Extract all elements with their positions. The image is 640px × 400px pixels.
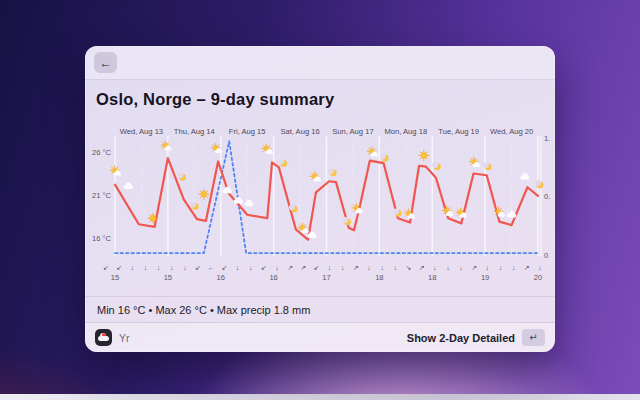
weather-icon-moon xyxy=(432,162,441,170)
show-2day-detailed-button[interactable]: Show 2-Day Detailed ↵ xyxy=(407,329,545,346)
precip-axis-label: 1. xyxy=(544,134,550,143)
wind-arrow-ne: ↗ xyxy=(287,264,293,271)
sun-ray xyxy=(200,191,201,192)
sun-ray xyxy=(269,146,270,147)
wind-arrow-s: ↓ xyxy=(459,264,463,271)
cloud-base xyxy=(446,214,452,216)
cloud-base xyxy=(371,155,377,157)
day-label: Tue, Aug 19 xyxy=(438,127,479,136)
wind-arrow-s: ↓ xyxy=(538,264,542,271)
wind-arrow-ne: ↗ xyxy=(419,264,425,271)
sun-ray xyxy=(112,172,113,173)
wind-arrow-s: ↓ xyxy=(394,264,398,271)
date-tick-label: 19 xyxy=(481,273,489,282)
wind-arrow-s: ↓ xyxy=(446,264,450,271)
wind-arrow-ne: ↗ xyxy=(353,264,359,271)
moon-cutout xyxy=(342,217,348,223)
date-tick-label: 16 xyxy=(269,273,277,282)
cloud-base xyxy=(408,217,414,219)
sun-ray xyxy=(162,147,163,148)
yr-logo-icon xyxy=(95,329,112,346)
moon-cutout xyxy=(328,168,334,174)
cloud-base xyxy=(114,174,120,176)
moon-cutout xyxy=(190,202,196,208)
date-tick-label: 17 xyxy=(322,273,330,282)
sun-ray xyxy=(206,197,207,198)
weather-icon-sun xyxy=(148,213,158,223)
day-label: Fri, Aug 15 xyxy=(229,127,266,136)
cloud-base xyxy=(124,187,132,189)
return-glyph: ↵ xyxy=(529,332,537,343)
sun-ray xyxy=(200,197,201,198)
precip-axis-label: 0. xyxy=(544,192,550,201)
date-tick-label: 16 xyxy=(217,273,225,282)
wind-arrow-s: ↓ xyxy=(131,264,135,271)
moon-cutout xyxy=(380,153,386,159)
sun-ray xyxy=(117,167,118,168)
cloud-base xyxy=(215,151,221,153)
cloud-base xyxy=(521,177,529,179)
sun-core xyxy=(150,215,156,221)
cloud-base xyxy=(356,211,362,213)
sun-ray xyxy=(218,145,219,146)
weather-icon-moon xyxy=(190,202,199,210)
weather-icon-sun xyxy=(419,150,429,160)
sun-ray xyxy=(353,210,354,211)
wind-arrow-s: ↓ xyxy=(236,264,240,271)
wind-arrow-s: ↓ xyxy=(380,264,384,271)
weather-icon-sun-cloud xyxy=(161,141,172,151)
weather-icon-sun-cloud xyxy=(442,206,453,216)
weather-icon-sun xyxy=(199,189,209,199)
weather-icon-cloud xyxy=(223,187,232,194)
sun-ray xyxy=(449,207,450,208)
wind-arrow-s: ↓ xyxy=(512,264,516,271)
cloud-base xyxy=(302,231,308,233)
sun-ray xyxy=(444,213,445,214)
sun-ray xyxy=(150,221,151,222)
summary-stats-text: Min 16 °C • Max 26 °C • Max precip 1.8 m… xyxy=(97,304,310,316)
wind-arrow-s: ↓ xyxy=(157,264,161,271)
wind-arrow-s: ↓ xyxy=(328,264,332,271)
moon-cutout xyxy=(289,204,295,210)
day-label: Wed, Aug 13 xyxy=(120,127,163,136)
weather-icon-sun-cloud xyxy=(469,157,480,167)
moon-cutout xyxy=(432,162,438,168)
date-tick-label: 18 xyxy=(428,273,436,282)
date-tick-label: 15 xyxy=(164,273,172,282)
weather-icon-sun-cloud xyxy=(367,147,378,157)
temp-axis-label: 26 °C xyxy=(92,148,112,157)
weather-icon-moon xyxy=(380,153,389,161)
weather-icon-cloud xyxy=(234,197,243,204)
weather-icon-moon xyxy=(177,172,186,180)
sun-ray xyxy=(374,148,375,149)
sun-ray xyxy=(369,153,370,154)
desktop-bottom-strip xyxy=(0,394,640,400)
sun-ray xyxy=(426,152,427,153)
cloud-base xyxy=(266,152,272,154)
weather-icon-cloud xyxy=(244,200,253,207)
provider-label: Yr xyxy=(119,332,130,344)
weather-summary-card: ← Oslo, Norge – 9-day summary Wed, Aug 1… xyxy=(85,46,555,352)
weather-icon-cloud xyxy=(507,211,516,218)
yr-logo-cloud-base xyxy=(98,336,109,341)
sun-ray xyxy=(369,148,370,149)
temp-axis-label: 16 °C xyxy=(92,234,112,243)
wind-arrow-sw: ↙ xyxy=(195,264,201,271)
date-tick-label: 18 xyxy=(375,273,383,282)
day-label: Sat, Aug 16 xyxy=(280,127,319,136)
wind-arrow-s: ↓ xyxy=(183,264,187,271)
sun-ray xyxy=(162,142,163,143)
wind-arrow-s: ↓ xyxy=(341,264,345,271)
sun-ray xyxy=(213,145,214,146)
weather-icon-moon xyxy=(328,168,337,176)
wind-arrow-ne: ↗ xyxy=(471,264,477,271)
wind-arrow-se: ↘ xyxy=(406,264,412,271)
wind-arrow-s: ↓ xyxy=(170,264,174,271)
summary-stats-row: Min 16 °C • Max 26 °C • Max precip 1.8 m… xyxy=(85,296,555,322)
sun-ray xyxy=(112,167,113,168)
wind-arrow-sw: ↙ xyxy=(103,264,109,271)
cloud-base xyxy=(460,216,466,218)
sun-ray xyxy=(420,152,421,153)
sun-ray xyxy=(426,158,427,159)
sun-ray xyxy=(263,146,264,147)
